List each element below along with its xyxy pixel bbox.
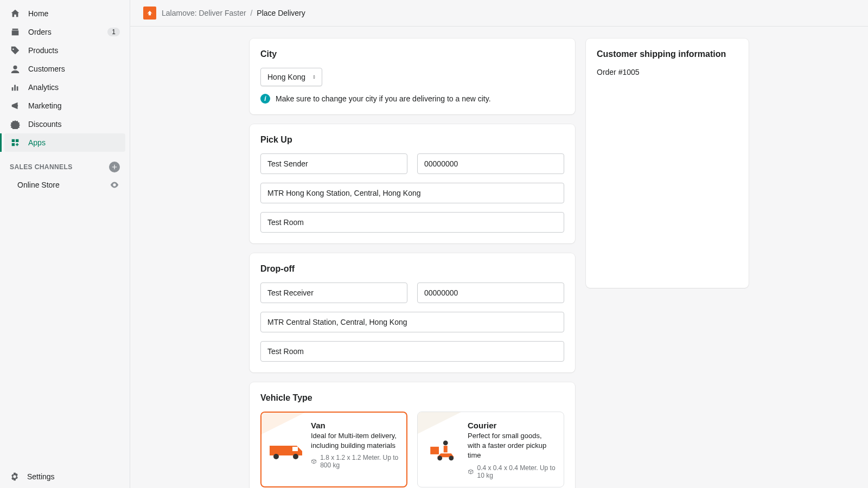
marketing-icon: [10, 100, 21, 111]
van-icon: [269, 436, 303, 464]
svg-point-7: [437, 455, 442, 460]
add-channel-button[interactable]: [109, 162, 120, 172]
sidebar-item-online-store[interactable]: Online Store: [0, 176, 130, 194]
orders-badge: 1: [107, 28, 120, 36]
sidebar-item-products[interactable]: Products: [4, 41, 125, 60]
vehicle-heading: Vehicle Type: [260, 393, 564, 403]
info-icon: i: [260, 94, 270, 104]
vehicle-desc: Perfect for small goods, with a faster o…: [468, 431, 556, 461]
sidebar-item-analytics[interactable]: Analytics: [4, 78, 125, 97]
breadcrumb: Lalamove: Deliver Faster / Place Deliver…: [162, 9, 305, 17]
customers-icon: [10, 63, 21, 74]
pickup-detail-input[interactable]: [260, 212, 564, 233]
sidebar-item-label: Orders: [28, 28, 100, 36]
view-store-button[interactable]: [109, 179, 120, 190]
vehicle-option-van[interactable]: Van Ideal for Multi-item delivery, inclu…: [260, 412, 407, 487]
home-icon: [10, 8, 21, 19]
dropoff-address-input[interactable]: [260, 312, 564, 332]
nav-list: Home Orders 1 Products Customers Analyti…: [0, 4, 130, 152]
sidebar-item-home[interactable]: Home: [4, 4, 125, 23]
discounts-icon: [10, 119, 21, 130]
dropoff-name-input[interactable]: [260, 282, 407, 303]
gear-icon: [10, 472, 20, 481]
city-note: i Make sure to change your city if you a…: [260, 94, 564, 104]
svg-rect-4: [430, 447, 439, 454]
sidebar-item-settings[interactable]: Settings: [0, 465, 130, 488]
city-select[interactable]: Hong Kong: [260, 68, 322, 86]
sidebar-item-label: Discounts: [28, 120, 120, 129]
shipping-info-card: Customer shipping information Order #100…: [586, 38, 749, 288]
sidebar-item-marketing[interactable]: Marketing: [4, 97, 125, 115]
city-note-text: Make sure to change your city if you are…: [276, 94, 491, 103]
sidebar-item-orders[interactable]: Orders 1: [4, 23, 125, 41]
sales-channels-label: SALES CHANNELS: [10, 163, 73, 171]
vehicle-desc: Ideal for Multi-item delivery, including…: [311, 431, 399, 451]
svg-point-3: [293, 454, 298, 459]
sidebar-item-label: Online Store: [17, 181, 101, 189]
sidebar-item-discounts[interactable]: Discounts: [4, 115, 125, 133]
city-select-value: Hong Kong: [267, 73, 305, 81]
svg-point-2: [273, 454, 279, 459]
vehicle-name: Van: [311, 421, 399, 430]
vehicle-dims: 0.4 x 0.4 x 0.4 Meter. Up to 10 kg: [468, 464, 556, 479]
pickup-heading: Pick Up: [260, 135, 564, 145]
sidebar-item-label: Analytics: [28, 83, 120, 92]
breadcrumb-app[interactable]: Lalamove: Deliver Faster: [162, 9, 246, 17]
svg-point-8: [449, 455, 454, 460]
pickup-address-input[interactable]: [260, 183, 564, 203]
shipping-heading: Customer shipping information: [597, 49, 738, 59]
content: City Hong Kong i Make sure to change you…: [130, 27, 868, 488]
box-icon: [468, 468, 474, 476]
analytics-icon: [10, 82, 21, 93]
sidebar: Home Orders 1 Products Customers Analyti…: [0, 0, 130, 488]
order-number: Order #1005: [597, 68, 738, 76]
sidebar-item-label: Products: [28, 46, 120, 55]
pickup-name-input[interactable]: [260, 153, 407, 174]
sidebar-item-label: Apps: [28, 138, 120, 147]
pickup-card: Pick Up: [250, 124, 575, 243]
vehicle-dims: 1.8 x 1.2 x 1.2 Meter. Up to 800 kg: [311, 454, 399, 469]
svg-rect-1: [292, 447, 298, 451]
box-icon: [311, 458, 317, 465]
city-heading: City: [260, 49, 564, 59]
svg-rect-6: [444, 446, 448, 452]
orders-icon: [10, 27, 21, 37]
breadcrumb-bar: Lalamove: Deliver Faster / Place Deliver…: [130, 0, 868, 27]
city-card: City Hong Kong i Make sure to change you…: [250, 38, 575, 114]
vehicle-name: Courier: [468, 421, 556, 430]
dropoff-card: Drop-off: [250, 253, 575, 373]
app-logo: [143, 7, 156, 20]
settings-label: Settings: [27, 472, 55, 481]
vehicle-card-section: Vehicle Type Van Ideal for Multi-item de…: [250, 382, 575, 488]
apps-icon: [10, 137, 21, 148]
pickup-phone-input[interactable]: [417, 153, 564, 174]
sidebar-item-label: Home: [28, 9, 120, 18]
svg-rect-0: [270, 446, 290, 455]
products-icon: [10, 45, 21, 56]
main: Lalamove: Deliver Faster / Place Deliver…: [130, 0, 868, 488]
vehicle-option-courier[interactable]: Courier Perfect for small goods, with a …: [417, 412, 564, 487]
sales-channels-header: SALES CHANNELS: [0, 152, 130, 176]
dropoff-heading: Drop-off: [260, 264, 564, 274]
breadcrumb-separator: /: [251, 9, 253, 17]
courier-icon: [425, 436, 460, 464]
sidebar-item-label: Customers: [28, 65, 120, 73]
sidebar-item-apps[interactable]: Apps: [4, 133, 125, 152]
svg-point-5: [443, 440, 448, 445]
dropoff-detail-input[interactable]: [260, 341, 564, 362]
breadcrumb-current: Place Delivery: [257, 9, 305, 17]
dropoff-phone-input[interactable]: [417, 282, 564, 303]
sidebar-item-customers[interactable]: Customers: [4, 60, 125, 78]
sidebar-item-label: Marketing: [28, 101, 120, 110]
